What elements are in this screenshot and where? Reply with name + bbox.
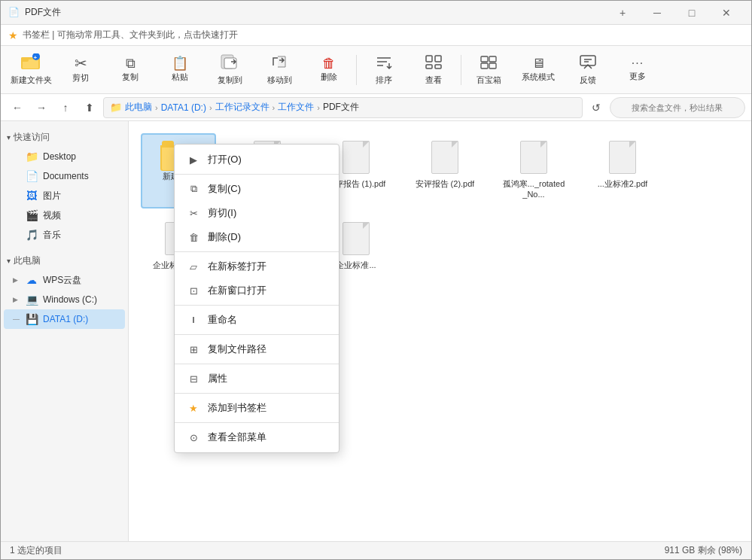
list-item[interactable]: 孤鸿寒..._rotated_No... <box>496 133 571 208</box>
address-bar[interactable]: 📁 此电脑 › DATA1 (D:) › 工作记录文件 › 工作文件 › PDF… <box>103 97 583 118</box>
new-tab-button[interactable]: + <box>605 1 640 25</box>
list-item[interactable]: 安评报告 (2).pdf <box>407 133 483 208</box>
new-folder-button[interactable]: + 新建文件夹 <box>7 49 55 91</box>
cut-button[interactable]: ✂ 剪切 <box>56 49 105 91</box>
context-cut-icon: ✂ <box>187 208 200 219</box>
address-part-workfiles[interactable]: 工作文件 <box>278 101 314 114</box>
context-menu-open[interactable]: ▶ 打开(O) <box>175 148 339 172</box>
toolbar-separator <box>356 55 357 85</box>
quick-access-label: 快速访问 <box>14 131 50 144</box>
svg-rect-15 <box>489 56 496 62</box>
file-name: ...业标准2.pdf <box>598 178 648 189</box>
sidebar: ▾ 快速访问 📁 Desktop 📄 Documents 🖼 图片 🎬 <box>1 121 129 541</box>
desktop-icon: 📁 <box>25 151 38 163</box>
baobao-icon <box>480 53 498 73</box>
address-folder-icon: 📁 <box>110 102 122 113</box>
feedback-button[interactable]: 反馈 <box>564 49 612 91</box>
menu-divider-4 <box>175 334 339 335</box>
copy-icon: ⧉ <box>126 56 135 70</box>
sidebar-item-pictures[interactable]: 🖼 图片 <box>4 186 125 205</box>
copy-path-icon: ⊞ <box>187 344 200 355</box>
bookmarks-bar: ★ 书签栏 | 可拖动常用工具、文件夹到此，点击快速打开 <box>1 25 751 46</box>
address-part-d[interactable]: DATA1 (D:) <box>161 102 206 113</box>
sidebar-item-desktop[interactable]: 📁 Desktop <box>4 147 125 166</box>
address-part-pc[interactable]: 此电脑 <box>125 101 152 114</box>
quick-access-header[interactable]: ▾ 快速访问 <box>1 127 128 147</box>
file-name: 安评报告 (2).pdf <box>416 178 475 189</box>
delete-button[interactable]: 🗑 删除 <box>305 49 353 91</box>
move-to-label: 移动到 <box>267 75 292 86</box>
sidebar-item-videos[interactable]: 🎬 视频 <box>4 205 125 225</box>
svg-rect-2 <box>21 57 29 62</box>
close-button[interactable]: ✕ <box>709 1 744 25</box>
context-delete-label: 删除(D) <box>208 230 241 244</box>
sidebar-item-music[interactable]: 🎵 音乐 <box>4 225 125 245</box>
address-sep-3: › <box>272 103 276 112</box>
sidebar-item-documents[interactable]: 📄 Documents <box>4 166 125 186</box>
windows-c-label: Windows (C:) <box>43 294 119 305</box>
wps-label: WPS云盘 <box>43 274 119 287</box>
up-button[interactable]: ↑ <box>55 97 76 118</box>
minimize-button[interactable]: ─ <box>640 1 674 25</box>
sidebar-item-windows-c[interactable]: ▶ 💻 Windows (C:) <box>4 290 125 309</box>
forward-button[interactable]: → <box>31 97 52 118</box>
sysmode-button[interactable]: 🖥 系统模式 <box>514 49 562 91</box>
music-icon: 🎵 <box>25 229 38 241</box>
add-bookmark-label: 添加到书签栏 <box>208 401 266 415</box>
context-menu-rename[interactable]: I 重命名 <box>175 308 339 332</box>
copy-to-button[interactable]: 复制到 <box>206 49 254 91</box>
sort-button[interactable]: 排序 <box>360 49 408 91</box>
up-dir-button[interactable]: ⬆ <box>79 97 100 118</box>
wps-icon: ☁ <box>25 274 38 286</box>
refresh-button[interactable]: ↺ <box>586 97 607 118</box>
pictures-icon: 🖼 <box>25 190 38 202</box>
videos-label: 视频 <box>43 209 119 222</box>
view-button[interactable]: 查看 <box>409 49 458 91</box>
add-bookmark-icon: ★ <box>187 403 200 414</box>
this-pc-header[interactable]: ▾ 此电脑 <box>1 251 128 270</box>
toolbar: + 新建文件夹 ✂ 剪切 ⧉ 复制 📋 粘贴 复制到 移动到 <box>1 46 751 94</box>
sidebar-item-data1-d[interactable]: — 💾 DATA1 (D:) <box>4 309 125 329</box>
file-name: 孤鸿寒..._rotated_No... <box>501 178 567 200</box>
address-part-work[interactable]: 工作记录文件 <box>215 101 269 114</box>
context-cut-label: 剪切(I) <box>208 206 236 220</box>
sidebar-item-wps[interactable]: ▶ ☁ WPS云盘 <box>4 270 125 290</box>
svg-rect-11 <box>435 56 441 62</box>
list-item[interactable]: ...业标准2.pdf <box>585 133 660 208</box>
menu-divider-3 <box>175 305 339 306</box>
copy-path-label: 复制文件路径 <box>208 342 266 356</box>
sort-icon <box>375 53 393 73</box>
delete-icon: 🗑 <box>322 56 336 70</box>
context-menu-copy-path[interactable]: ⊞ 复制文件路径 <box>175 337 339 361</box>
copy-label: 复制 <box>122 72 139 83</box>
baobao-button[interactable]: 百宝箱 <box>464 49 513 91</box>
back-button[interactable]: ← <box>7 97 28 118</box>
context-menu-add-bookmark[interactable]: ★ 添加到书签栏 <box>175 396 339 420</box>
context-menu-cut[interactable]: ✂ 剪切(I) <box>175 201 339 225</box>
windows-c-icon: 💻 <box>25 294 38 306</box>
paste-button[interactable]: 📋 粘贴 <box>156 49 204 91</box>
maximize-button[interactable]: □ <box>674 1 709 25</box>
svg-rect-10 <box>426 56 432 62</box>
address-sep-2: › <box>209 103 212 112</box>
new-folder-label: 新建文件夹 <box>11 75 52 86</box>
view-icon <box>425 53 443 73</box>
documents-icon: 📄 <box>25 170 38 182</box>
svg-rect-16 <box>481 63 488 68</box>
context-menu-delete[interactable]: 🗑 删除(D) <box>175 225 339 249</box>
data1-d-icon: 💾 <box>25 313 38 325</box>
more-menu-icon: ⊙ <box>187 432 200 443</box>
context-menu-open-new-tab[interactable]: ▱ 在新标签打开 <box>175 254 339 278</box>
search-wrap: 🔍 <box>610 97 745 118</box>
cut-label: 剪切 <box>72 72 89 84</box>
more-button[interactable]: ··· 更多 <box>613 49 662 91</box>
context-menu-copy[interactable]: ⧉ 复制(C) <box>175 177 339 201</box>
search-input[interactable] <box>610 97 745 118</box>
copy-button[interactable]: ⧉ 复制 <box>106 49 154 91</box>
context-menu-properties[interactable]: ⊟ 属性 <box>175 367 339 391</box>
open-new-tab-label: 在新标签打开 <box>208 260 266 273</box>
svg-rect-12 <box>426 65 432 68</box>
move-to-button[interactable]: 移动到 <box>255 49 303 91</box>
context-menu-more[interactable]: ⊙ 查看全部菜单 <box>175 425 339 449</box>
context-menu-open-new-window[interactable]: ⊡ 在新窗口打开 <box>175 278 339 303</box>
